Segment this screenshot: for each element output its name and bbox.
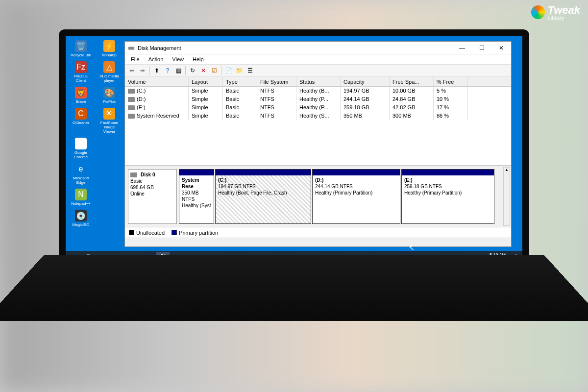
watermark: Tweak Library [531, 4, 580, 21]
disk-state: Online [130, 191, 174, 197]
partition-title: System Rese [182, 177, 211, 190]
titlebar[interactable]: Disk Management — ☐ ✕ [125, 42, 511, 54]
icon-label: Google Chrome [70, 150, 92, 159]
partition[interactable]: (C:)194.97 GB NTFSHealthy (Boot, Page Fi… [215, 169, 311, 224]
menu-action[interactable]: Action [145, 55, 168, 63]
partition[interactable]: System Rese350 MB NTFSHealthy (Syst [179, 169, 214, 224]
disk-label: Disk 0 [141, 172, 155, 178]
icon-label: CCleaner [73, 121, 89, 125]
icon-label: Microsoft Edge [70, 176, 92, 185]
statusbar [125, 238, 511, 246]
desktop-icon[interactable] [97, 137, 122, 160]
list-button[interactable]: ☰ [245, 66, 255, 75]
partition-size: 259.18 GB NTFS [404, 183, 491, 190]
menu-help[interactable]: Help [189, 55, 208, 63]
col-filesystem[interactable]: File System [257, 77, 296, 86]
app-icon: N [75, 189, 87, 200]
properties-button[interactable]: ? [163, 66, 172, 75]
desktop-icon[interactable]: FzFileZilla Client [69, 60, 93, 84]
col-pctfree[interactable]: % Free [434, 77, 468, 86]
check-button[interactable]: ☑ [209, 66, 219, 75]
partition-status: Healthy (Primary Partition) [404, 190, 491, 196]
desktop-icon[interactable]: 🦁Brave [69, 86, 93, 105]
col-layout[interactable]: Layout [189, 77, 223, 86]
help-button[interactable]: 📄 [223, 66, 233, 75]
app-icon: 🗑️ [75, 40, 87, 52]
up-button[interactable]: ⬆ [152, 66, 162, 75]
desktop-icon[interactable]: △VLC media player [97, 60, 122, 84]
icon-label: FastStone Image Viewer [98, 121, 121, 134]
desktop-icon[interactable]: NNotepad++ [69, 188, 93, 207]
icon-label: Brave [76, 99, 86, 104]
desktop[interactable]: 🗑️Recycle Bin⚡WinampFzFileZilla Client△V… [66, 36, 522, 265]
volume-row[interactable]: (E:)SimpleBasicNTFSHealthy (P...259.18 G… [125, 103, 511, 112]
volume-icon [128, 114, 135, 119]
desktop-icon[interactable]: eMicrosoft Edge [69, 162, 93, 186]
maximize-button[interactable]: ☐ [472, 42, 491, 54]
partition-header [313, 170, 400, 175]
delete-button[interactable]: ✕ [198, 66, 208, 75]
disk-icon [128, 45, 135, 51]
volume-table: Volume Layout Type File System Status Ca… [125, 77, 511, 165]
desktop-icon[interactable]: 💿MagicISO [69, 209, 93, 228]
partition-size: 194.97 GB NTFS [218, 183, 308, 190]
toolbar: ⬅ ➡ ⬆ ? ▦ ↻ ✕ ☑ 📄 📁 ☰ [125, 64, 511, 77]
forward-button[interactable]: ➡ [138, 66, 147, 75]
partition[interactable]: (D:)244.14 GB NTFSHealthy (Primary Parti… [312, 169, 400, 224]
icon-label: Winamp [102, 53, 116, 57]
col-volume[interactable]: Volume [125, 77, 189, 86]
col-capacity[interactable]: Capacity [341, 77, 390, 86]
icon-label: PicPick [103, 99, 116, 104]
volume-icon [128, 89, 135, 94]
app-icon: e [75, 163, 87, 175]
desktop-icon[interactable]: 👁FastStone Image Viewer [97, 107, 122, 135]
desktop-icon[interactable]: CCCleaner [69, 107, 93, 135]
volume-row[interactable]: (C:)SimpleBasicNTFSHealthy (B...194.97 G… [125, 87, 511, 95]
refresh-button[interactable]: ↻ [188, 66, 197, 75]
partition-title: (D:) [315, 177, 397, 183]
disk-icon [130, 172, 137, 177]
action-button[interactable]: 📁 [234, 66, 244, 75]
laptop-base [0, 255, 588, 321]
volume-row[interactable]: System ReservedSimpleBasicNTFSHealthy (S… [125, 112, 511, 120]
icon-label: Notepad++ [71, 201, 91, 206]
menu-file[interactable]: File [127, 55, 144, 63]
app-icon: △ [103, 61, 115, 73]
partition-status: Healthy (Primary Partition) [315, 190, 397, 196]
cursor-icon: ↖ [409, 244, 415, 252]
disk-management-window: Disk Management — ☐ ✕ FileActionViewHelp… [124, 41, 512, 247]
scrollbar[interactable]: ▲ [503, 167, 510, 226]
partition-header [216, 170, 311, 175]
disk-type: Basic [130, 178, 174, 184]
desktop-icon[interactable]: ◉Google Chrome [69, 137, 93, 160]
volume-header[interactable]: Volume Layout Type File System Status Ca… [125, 77, 511, 87]
window-title: Disk Management [138, 45, 181, 51]
minimize-button[interactable]: — [452, 42, 472, 54]
app-icon: 👁 [103, 108, 115, 120]
desktop-icon[interactable]: 🎨PicPick [97, 86, 122, 105]
show-hide-button[interactable]: ▦ [173, 66, 183, 75]
watermark-icon [531, 5, 545, 19]
desktop-icon[interactable] [97, 162, 122, 186]
desktop-icon[interactable]: ⚡Winamp [97, 39, 122, 58]
back-button[interactable]: ⬅ [127, 66, 137, 75]
app-icon: 🎨 [103, 87, 115, 98]
partition[interactable]: (E:)259.18 GB NTFSHealthy (Primary Parti… [401, 169, 494, 224]
col-type[interactable]: Type [223, 77, 257, 86]
partition-status: Healthy (Boot, Page File, Crash [218, 190, 308, 196]
menu-view[interactable]: View [168, 55, 188, 63]
legend-label: Primary partition [179, 230, 218, 236]
desktop-icon[interactable] [97, 188, 122, 207]
app-icon: ⚡ [103, 40, 115, 52]
close-button[interactable]: ✕ [491, 42, 511, 54]
desktop-icon[interactable]: 🗑️Recycle Bin [69, 39, 93, 58]
col-status[interactable]: Status [296, 77, 341, 86]
disk-info[interactable]: Disk 0 Basic 698.64 GB Online [128, 169, 177, 224]
legend-item: Unallocated [129, 230, 165, 236]
volume-icon [128, 105, 135, 110]
app-icon: Fz [75, 61, 87, 73]
volume-row[interactable]: (D:)SimpleBasicNTFSHealthy (P...244.14 G… [125, 95, 511, 103]
legend-label: Unallocated [136, 230, 165, 236]
col-freespace[interactable]: Free Spa... [390, 77, 434, 86]
partition-header [402, 170, 494, 175]
